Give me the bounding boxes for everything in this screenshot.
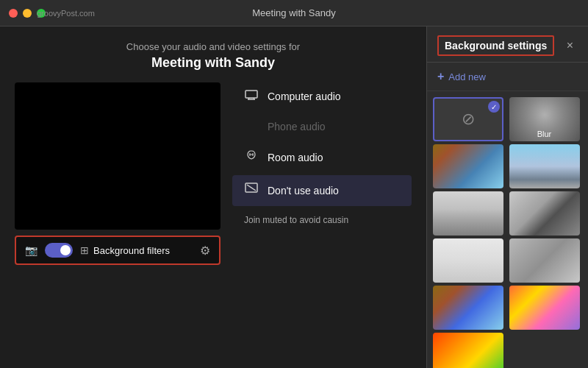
no-audio-label: Don't use audio xyxy=(268,185,339,197)
right-panel: Background settings × + Add new ⊘ ✓ Blur xyxy=(426,26,588,368)
main-content: Choose your audio and video settings for… xyxy=(0,26,588,368)
bg-colorful2-thumbnail[interactable] xyxy=(433,333,503,368)
phone-audio-option: Phone audio xyxy=(232,113,412,140)
bg-blur-thumbnail[interactable]: Blur xyxy=(509,97,580,141)
minimize-window-button[interactable] xyxy=(23,9,32,18)
settings-icon[interactable]: ⚙ xyxy=(200,244,210,258)
close-window-button[interactable] xyxy=(9,9,18,18)
content-area: 📷 ⊞ Background filters ⚙ xyxy=(15,82,412,353)
bg-colorful1-thumbnail[interactable] xyxy=(509,286,580,330)
bg-minimal1-thumbnail[interactable] xyxy=(433,238,503,283)
room-audio-label: Room audio xyxy=(268,152,323,163)
bg-industrial-thumbnail[interactable] xyxy=(433,286,503,330)
video-preview-wrapper: 📷 ⊞ Background filters ⚙ xyxy=(15,82,220,353)
audio-options: Computer audio Phone audio Room audio xyxy=(232,82,412,353)
close-bg-settings-button[interactable]: × xyxy=(562,38,578,54)
left-panel: Choose your audio and video settings for… xyxy=(0,26,426,368)
titlebar: groovyPost.com Meeting with Sandy xyxy=(0,0,588,26)
no-audio-icon xyxy=(244,183,259,199)
bg-room1-thumbnail[interactable] xyxy=(433,191,503,236)
site-label: groovyPost.com xyxy=(37,9,95,18)
titlebar-title: Meeting with Sandy xyxy=(252,7,335,18)
meeting-subtitle: Choose your audio and video settings for xyxy=(15,41,412,52)
room-audio-option[interactable]: Room audio xyxy=(232,143,412,172)
no-audio-option[interactable]: Don't use audio xyxy=(232,175,412,206)
plus-icon: + xyxy=(437,70,444,83)
background-grid: ⊘ ✓ Blur xyxy=(427,91,588,368)
bg-studio1-thumbnail[interactable] xyxy=(509,238,580,283)
video-controls-bar: 📷 ⊞ Background filters ⚙ xyxy=(15,236,220,265)
add-new-button[interactable]: + Add new xyxy=(427,63,588,91)
bg-none-thumbnail[interactable]: ⊘ ✓ xyxy=(433,97,503,141)
svg-line-5 xyxy=(247,185,256,191)
bg-city1-thumbnail[interactable] xyxy=(509,144,580,188)
join-muted-text: Join muted to avoid causin xyxy=(232,209,412,231)
selected-checkmark: ✓ xyxy=(488,101,500,113)
bg-settings-title: Background settings xyxy=(437,35,554,56)
background-filter-toggle[interactable] xyxy=(45,243,73,258)
computer-audio-label: Computer audio xyxy=(268,91,341,102)
camera-icon: 📷 xyxy=(25,244,37,256)
phone-audio-label: Phone audio xyxy=(268,121,326,132)
video-preview xyxy=(15,82,220,230)
room-audio-icon xyxy=(244,150,259,165)
bg-settings-header: Background settings × xyxy=(427,26,588,63)
no-bg-icon: ⊘ xyxy=(462,110,475,129)
bg-frame1-thumbnail[interactable] xyxy=(509,191,580,236)
blur-label: Blur xyxy=(509,130,580,138)
computer-audio-icon xyxy=(244,90,259,103)
grid-icon: ⊞ xyxy=(80,244,89,256)
computer-audio-option[interactable]: Computer audio xyxy=(232,82,412,110)
bg-filters-label: ⊞ Background filters xyxy=(80,244,170,256)
meeting-header: Choose your audio and video settings for… xyxy=(15,41,412,71)
add-new-label: Add new xyxy=(448,71,486,82)
meeting-title: Meeting with Sandy xyxy=(15,55,412,71)
bg-office1-thumbnail[interactable] xyxy=(433,144,503,188)
svg-rect-0 xyxy=(245,91,257,98)
